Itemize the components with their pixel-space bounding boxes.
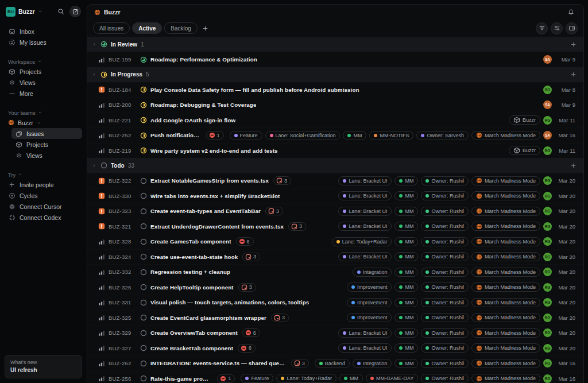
sidebar-item-connect-codex[interactable]: Connect Codex — [5, 212, 82, 223]
issue-row[interactable]: BUZ-332Regression testing + cleanupInteg… — [87, 264, 583, 280]
label-owner-rushil[interactable]: Owner: Rushil — [421, 268, 469, 277]
status-todo-icon[interactable] — [140, 284, 147, 291]
priority-medium-icon[interactable] — [98, 56, 105, 63]
status-todo-icon[interactable] — [140, 330, 147, 336]
search-button[interactable] — [55, 6, 67, 17]
label-owner-rushil[interactable]: Owner: Rushil — [421, 252, 469, 261]
priority-medium-icon[interactable] — [98, 147, 105, 154]
relation-blocks-chip[interactable]: 3 — [242, 253, 260, 261]
relation-blocked-chip[interactable]: 6 — [236, 237, 254, 246]
section-label-your-teams[interactable]: Your teams — [5, 108, 82, 117]
status-in-progress-icon[interactable] — [140, 147, 147, 154]
issue-row[interactable]: BUZ-221Add Google OAuth sign-in flowBuzz… — [87, 113, 583, 128]
avatar[interactable]: RG — [543, 359, 552, 367]
sidebar-item-issues[interactable]: Issues — [11, 128, 82, 139]
label-lane-bracket-ui[interactable]: Lane: Bracket UI — [338, 222, 392, 231]
issue-row[interactable]: BUZ-252Push notifications for bracket lo… — [87, 127, 583, 143]
relation-blocked-chip[interactable]: 1 — [206, 131, 224, 140]
tab-active[interactable]: Active — [132, 22, 162, 34]
add-issue-button[interactable] — [570, 71, 577, 78]
add-view-button[interactable] — [200, 22, 211, 34]
label-owner-sarvesh[interactable]: Owner: Sarvesh — [416, 131, 469, 140]
label-mm[interactable]: MM — [394, 176, 418, 185]
priority-medium-icon[interactable] — [98, 117, 105, 123]
relation-blocks-chip[interactable]: 3 — [288, 222, 306, 231]
priority-medium-icon[interactable] — [98, 314, 105, 321]
avatar[interactable]: RG — [543, 222, 552, 231]
priority-medium-icon[interactable] — [98, 253, 105, 260]
relation-blocked-chip[interactable]: 6 — [238, 344, 256, 353]
workspace-switcher[interactable]: BU Buzzr — [5, 5, 82, 18]
status-todo-icon[interactable] — [140, 208, 147, 215]
whats-new-card[interactable]: What's new UI refresh — [5, 355, 82, 378]
priority-medium-icon[interactable] — [98, 132, 105, 139]
issue-row[interactable]: BUZ-200Roadmap: Debugging & Test Coverag… — [87, 97, 583, 113]
label-owner-rushil[interactable]: Owner: Rushil — [421, 298, 469, 307]
avatar[interactable]: RG — [543, 328, 552, 337]
sidebar-item-inbox[interactable]: Inbox — [5, 26, 82, 37]
label-march-madness-mode[interactable]: March Madness Mode — [471, 252, 540, 261]
sidebar-item-views[interactable]: Views — [5, 77, 82, 88]
sidebar-item-projects[interactable]: Projects — [5, 66, 82, 77]
display-button[interactable] — [566, 22, 578, 34]
team-buzzr[interactable]: Buzzr — [5, 117, 82, 128]
priority-urgent-icon[interactable] — [98, 177, 105, 184]
priority-urgent-icon[interactable] — [98, 192, 105, 199]
tab-all-issues[interactable]: All issues — [93, 22, 130, 34]
avatar[interactable]: RG — [543, 86, 552, 94]
label-feature[interactable]: Feature — [230, 131, 262, 140]
relation-blocks-chip[interactable]: 3 — [265, 207, 283, 215]
add-issue-button[interactable] — [570, 41, 577, 48]
label-march-madness-mode[interactable]: March Madness Mode — [471, 268, 540, 277]
status-todo-icon[interactable] — [140, 345, 147, 351]
issue-row[interactable]: BUZ-329Create OverviewTab component6Lane… — [87, 325, 583, 341]
relation-blocked-chip[interactable]: 6 — [242, 328, 260, 337]
status-todo-icon[interactable] — [140, 238, 147, 245]
add-issue-button[interactable] — [570, 163, 577, 169]
issue-row[interactable]: BUZ-324Create use-event-tab-state hook3L… — [87, 249, 583, 265]
priority-medium-icon[interactable] — [98, 284, 105, 291]
status-todo-icon[interactable] — [140, 299, 147, 306]
issue-row[interactable]: BUZ-256Rate-this-game prompt after upset… — [87, 371, 583, 383]
avatar[interactable]: RG — [543, 314, 552, 322]
avatar[interactable]: RG — [543, 146, 552, 155]
priority-urgent-icon[interactable] — [98, 86, 105, 93]
avatar[interactable]: SA — [543, 100, 552, 109]
label-march-madness-mode[interactable]: March Madness Mode — [471, 343, 540, 353]
priority-urgent-icon[interactable] — [98, 208, 105, 215]
avatar[interactable]: RG — [543, 237, 552, 246]
label-march-madness-mode[interactable]: March Madness Mode — [471, 374, 540, 383]
label-march-madness-mode[interactable]: March Madness Mode — [471, 283, 540, 292]
status-in-progress-icon[interactable] — [140, 102, 147, 109]
label-integration[interactable]: Integration — [353, 359, 392, 368]
label-mm[interactable]: MM — [394, 359, 418, 368]
label-owner-rushil[interactable]: Owner: Rushil — [421, 343, 469, 353]
label-lane-today-radar[interactable]: Lane: Today+Radar — [332, 237, 392, 246]
relation-blocks-chip[interactable]: 3 — [291, 359, 309, 367]
chevron-icon[interactable] — [92, 72, 96, 77]
status-todo-icon[interactable] — [140, 269, 147, 276]
label-improvement[interactable]: Improvement — [347, 298, 392, 307]
label-lane-bracket-ui[interactable]: Lane: Bracket UI — [338, 328, 392, 338]
label-feature[interactable]: Feature — [241, 374, 273, 383]
section-label-workspace[interactable]: Workspace — [5, 57, 82, 66]
issue-row[interactable]: BUZ-199Roadmap: Performance & Optimizati… — [87, 52, 583, 67]
priority-medium-icon[interactable] — [98, 330, 105, 336]
label-owner-rushil[interactable]: Owner: Rushil — [421, 191, 469, 200]
status-in-progress-icon[interactable] — [140, 117, 147, 123]
label-owner-rushil[interactable]: Owner: Rushil — [421, 237, 469, 246]
filter-button[interactable] — [536, 22, 548, 34]
label-march-madness-mode[interactable]: March Madness Mode — [471, 313, 540, 322]
label-mm[interactable]: MM — [394, 298, 418, 307]
sidebar-item-connect-cursor[interactable]: Connect Cursor — [5, 201, 82, 212]
label-march-madness-mode[interactable]: March Madness Mode — [471, 207, 540, 216]
avatar[interactable]: RG — [543, 116, 552, 125]
label-march-madness-mode[interactable]: March Madness Mode — [471, 176, 540, 185]
chevron-icon[interactable] — [92, 42, 96, 47]
status-todo-icon[interactable] — [140, 360, 147, 367]
project-chip[interactable]: Buzzr — [509, 115, 540, 125]
label-lane-bracket-ui[interactable]: Lane: Bracket UI — [338, 176, 392, 185]
avatar[interactable]: RG — [543, 283, 552, 292]
issue-row[interactable]: BUZ-322Extract NotableGamesStrip from ev… — [87, 173, 583, 188]
label-mm[interactable]: MM — [394, 283, 418, 292]
